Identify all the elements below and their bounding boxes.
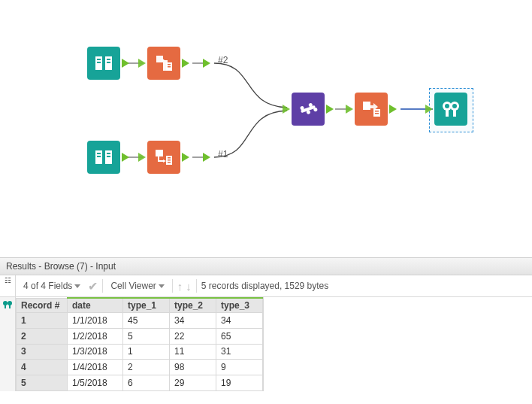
svg-rect-9 bbox=[107, 153, 110, 154]
svg-rect-33 bbox=[5, 305, 6, 308]
svg-rect-21 bbox=[363, 102, 370, 110]
separator bbox=[102, 279, 103, 293]
cell-viewer-dropdown[interactable]: Cell Viewer bbox=[107, 281, 167, 291]
input-tool-2[interactable] bbox=[87, 141, 120, 174]
status-text: 5 records displayed, 1529 bytes bbox=[201, 281, 328, 291]
select-tool-3[interactable] bbox=[355, 93, 388, 126]
col-record[interactable]: Record # bbox=[17, 298, 68, 313]
col-date[interactable]: date bbox=[68, 298, 123, 313]
output-port[interactable] bbox=[389, 105, 397, 114]
svg-rect-29 bbox=[446, 110, 449, 117]
svg-rect-15 bbox=[168, 162, 171, 163]
input-tool-1[interactable] bbox=[87, 47, 120, 80]
svg-rect-0 bbox=[97, 59, 101, 60]
grid-side-tabs[interactable] bbox=[0, 297, 16, 391]
separator bbox=[196, 279, 197, 293]
check-icon[interactable]: ✔ bbox=[88, 279, 98, 293]
svg-rect-23 bbox=[375, 111, 379, 112]
union-tool[interactable] bbox=[292, 93, 325, 126]
output-port[interactable] bbox=[122, 153, 129, 162]
svg-rect-3 bbox=[107, 62, 110, 63]
table-row[interactable]: 31/3/201811131 bbox=[17, 344, 263, 360]
svg-point-17 bbox=[300, 105, 304, 110]
cell-viewer-label: Cell Viewer bbox=[110, 281, 156, 291]
results-pane: Results - Browse (7) - Input ☷ 4 of 4 Fi… bbox=[0, 257, 532, 404]
svg-point-20 bbox=[313, 107, 318, 111]
connection-anchor-bottom: #1 bbox=[218, 149, 228, 159]
svg-rect-11 bbox=[156, 150, 163, 156]
chevron-down-icon bbox=[159, 284, 165, 288]
input-port[interactable] bbox=[346, 105, 353, 114]
svg-rect-1 bbox=[97, 62, 101, 63]
output-port[interactable] bbox=[182, 59, 189, 68]
table-row[interactable]: 41/4/20182989 bbox=[17, 360, 263, 375]
svg-point-28 bbox=[452, 104, 457, 108]
output-port[interactable] bbox=[203, 153, 210, 162]
svg-rect-30 bbox=[453, 110, 456, 117]
output-port[interactable] bbox=[203, 59, 210, 68]
binoculars-icon bbox=[2, 299, 13, 312]
svg-point-19 bbox=[308, 102, 313, 107]
results-grid: Record # date type_1 type_2 type_3 11/1/… bbox=[0, 297, 532, 391]
svg-point-25 bbox=[443, 102, 452, 111]
app-window: #2 #1 Results - B bbox=[0, 0, 532, 404]
output-port[interactable] bbox=[122, 59, 129, 68]
input-port[interactable] bbox=[425, 105, 433, 114]
select-tool-2[interactable] bbox=[147, 141, 180, 174]
results-title: Results - Browse (7) - Input bbox=[0, 258, 532, 275]
arrow-down-icon[interactable]: ↓ bbox=[186, 280, 192, 293]
arrow-up-icon[interactable]: ↑ bbox=[177, 280, 183, 293]
table-row[interactable]: 51/5/201862919 bbox=[17, 375, 263, 391]
fields-dropdown[interactable]: 4 of 4 Fields bbox=[20, 281, 83, 291]
svg-rect-34 bbox=[9, 305, 11, 308]
chevron-down-icon bbox=[74, 284, 80, 288]
svg-rect-14 bbox=[168, 159, 171, 161]
fields-label: 4 of 4 Fields bbox=[23, 281, 72, 291]
svg-rect-12 bbox=[166, 156, 172, 165]
svg-rect-16 bbox=[301, 105, 316, 114]
svg-rect-7 bbox=[97, 153, 101, 154]
svg-rect-24 bbox=[375, 113, 379, 114]
svg-rect-2 bbox=[107, 59, 110, 60]
col-type1[interactable]: type_1 bbox=[123, 298, 170, 313]
svg-rect-6 bbox=[168, 66, 171, 68]
view-toggle[interactable]: ☷ bbox=[0, 275, 16, 296]
input-port[interactable] bbox=[283, 105, 290, 114]
grid-empty-area bbox=[263, 297, 264, 391]
col-type3[interactable]: type_3 bbox=[216, 298, 263, 313]
svg-point-26 bbox=[450, 102, 459, 111]
browse-tool[interactable] bbox=[434, 93, 467, 126]
table-header-row: Record # date type_1 type_2 type_3 bbox=[17, 298, 263, 313]
svg-rect-10 bbox=[107, 156, 110, 157]
results-toolbar: ☷ 4 of 4 Fields ✔ Cell Viewer ↑ ↓ 5 reco… bbox=[0, 275, 532, 297]
svg-rect-4 bbox=[166, 62, 172, 71]
table-row[interactable]: 21/2/201852265 bbox=[17, 328, 263, 344]
select-tool-1[interactable] bbox=[147, 47, 180, 80]
separator bbox=[172, 279, 173, 293]
input-port[interactable] bbox=[138, 153, 146, 162]
svg-point-18 bbox=[306, 110, 310, 114]
output-port[interactable] bbox=[182, 153, 189, 162]
table-row[interactable]: 11/1/2018453434 bbox=[17, 313, 263, 329]
data-table[interactable]: Record # date type_1 type_2 type_3 11/1/… bbox=[16, 297, 263, 391]
svg-rect-5 bbox=[168, 64, 171, 65]
svg-rect-13 bbox=[168, 157, 171, 159]
col-type2[interactable]: type_2 bbox=[170, 298, 216, 313]
connection-anchor-top: #2 bbox=[218, 55, 228, 65]
output-port[interactable] bbox=[326, 105, 334, 114]
svg-rect-8 bbox=[97, 156, 101, 157]
workflow-canvas[interactable]: #2 #1 bbox=[0, 0, 532, 256]
list-icon: ☷ bbox=[5, 277, 11, 284]
svg-rect-22 bbox=[373, 109, 380, 117]
input-port[interactable] bbox=[138, 59, 146, 68]
svg-point-27 bbox=[445, 104, 449, 108]
